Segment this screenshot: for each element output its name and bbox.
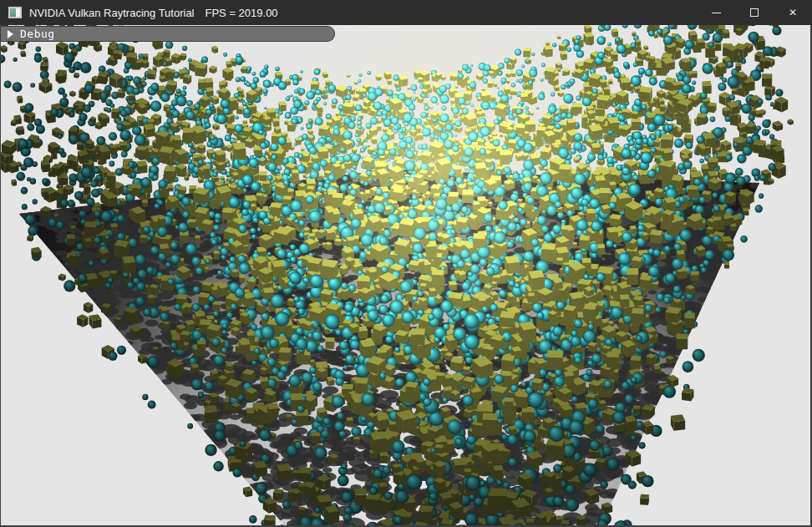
close-button[interactable]: ✕ xyxy=(774,0,812,25)
window-titlebar[interactable]: NVIDIA Vulkan Raytracing Tutorial FPS = … xyxy=(0,0,812,25)
maximize-icon xyxy=(750,8,759,17)
debug-header[interactable]: Debug xyxy=(1,26,335,42)
viewport-container xyxy=(1,25,810,525)
debug-label: Debug xyxy=(20,28,55,40)
viewport-3d-scene[interactable] xyxy=(1,25,810,525)
window-controls: ✕ xyxy=(697,0,812,25)
minimize-icon xyxy=(712,13,721,13)
collapsed-arrow-icon xyxy=(8,30,13,38)
app-icon-left xyxy=(10,8,16,17)
maximize-button[interactable] xyxy=(735,0,774,25)
app-window: NVIDIA Vulkan Raytracing Tutorial FPS = … xyxy=(0,0,812,527)
close-icon: ✕ xyxy=(789,8,797,18)
app-icon-right xyxy=(16,8,20,17)
fps-counter: FPS = 2019.00 xyxy=(206,7,278,19)
app-icon xyxy=(8,7,22,18)
minimize-button[interactable] xyxy=(697,0,735,25)
window-title: NVIDIA Vulkan Raytracing Tutorial xyxy=(29,7,195,19)
